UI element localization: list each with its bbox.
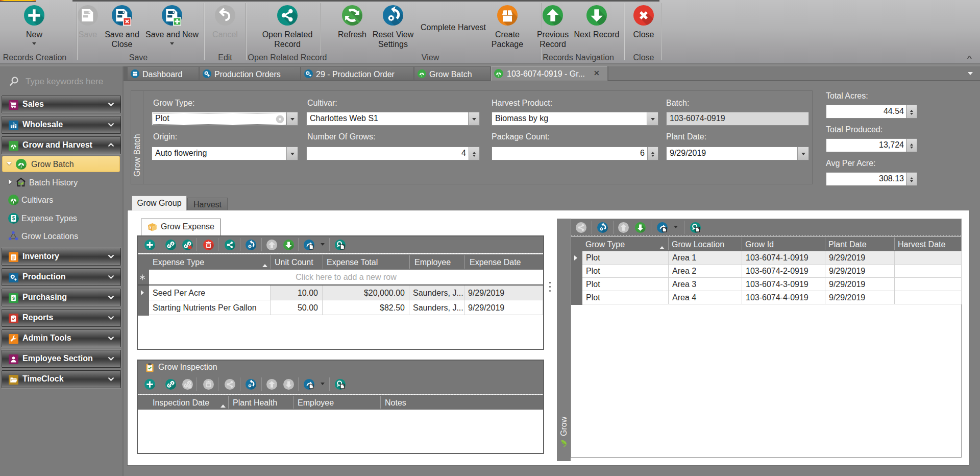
svg-text:$: $ (12, 296, 15, 301)
svg-text:$: $ (149, 226, 151, 229)
